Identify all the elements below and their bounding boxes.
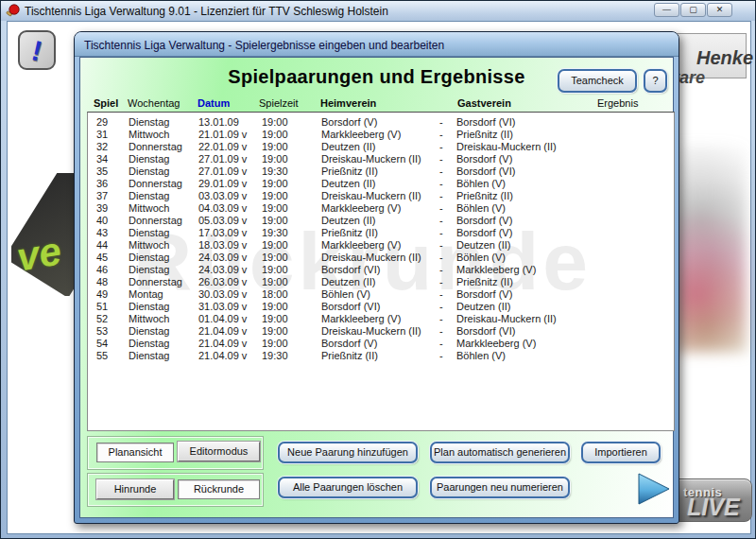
table-row[interactable]: 49 Montag 30.03.09 v 18:00 Böhlen (V) - …	[88, 288, 674, 301]
dialog-titlebar[interactable]: Tischtennis Liga Verwaltung - Spielergeb…	[75, 32, 679, 57]
cell-spielzeit: 19:00	[262, 202, 288, 214]
column-header-spiel: Spiel	[94, 97, 118, 109]
cell-separator: -	[439, 153, 443, 165]
table-row[interactable]: 44 Mittwoch 18.03.09 v 19:00 Markkleeber…	[88, 239, 674, 252]
table-row[interactable]: 52 Mittwoch 01.04.09 v 19:00 Markkleeber…	[88, 313, 674, 325]
cell-spielzeit: 18:00	[262, 288, 288, 300]
cell-spielzeit: 19:00	[262, 116, 288, 128]
cell-heimverein: Prießnitz (II)	[321, 350, 378, 361]
cell-spielzeit: 19:00	[262, 264, 288, 275]
cell-gastverein: Böhlen (V)	[456, 252, 506, 263]
cell-datum: 22.01.09 v	[198, 141, 247, 152]
table-row[interactable]: 54 Dienstag 21.04.09 v 19:00 Borsdorf (V…	[88, 338, 674, 350]
column-header-spielzeit: Spielzeit	[259, 97, 299, 109]
table-row[interactable]: 51 Dienstag 31.03.09 v 19:00 Borsdorf (V…	[88, 301, 674, 313]
table-row[interactable]: 31 Mittwoch 21.01.09 v 19:00 Markkleeber…	[88, 129, 674, 141]
table-row[interactable]: 32 Donnerstag 22.01.09 v 19:00 Deutzen (…	[88, 141, 674, 153]
cell-heimverein: Markkleeberg (V)	[321, 202, 401, 214]
cell-spielzeit: 19:30	[262, 165, 288, 177]
table-row[interactable]: 40 Donnerstag 05.03.09 v 19:00 Deutzen (…	[88, 215, 674, 227]
column-header-ergebnis: Ergebnis	[597, 97, 638, 109]
table-row[interactable]: 55 Dienstag 21.04.09 v 19:30 Prießnitz (…	[88, 350, 674, 362]
cell-spiel: 45	[96, 252, 108, 263]
cell-separator: -	[439, 129, 443, 140]
table-row[interactable]: 45 Dienstag 24.03.09 v 19:00 Dreiskau-Mu…	[88, 252, 674, 264]
cell-separator: -	[439, 190, 443, 201]
table-row[interactable]: 37 Dienstag 03.03.09 v 19:00 Dreiskau-Mu…	[88, 190, 674, 202]
teamcheck-button[interactable]: Teamcheck	[558, 69, 637, 93]
table-row[interactable]: 39 Mittwoch 04.03.09 v 19:00 Markkleeber…	[88, 202, 674, 215]
cell-wochentag: Dienstag	[129, 350, 169, 361]
cell-separator: -	[439, 202, 443, 214]
cell-spielzeit: 19:00	[262, 325, 288, 337]
renumber-pairings-button[interactable]: Paarungen neu numerieren	[430, 477, 570, 498]
cell-datum: 17.03.09 v	[198, 227, 247, 238]
cell-separator: -	[439, 227, 443, 238]
window-controls: — ▢ ✕	[654, 3, 732, 17]
planansicht-button[interactable]: Planansicht	[96, 443, 174, 462]
delete-all-pairings-button[interactable]: Alle Paarungen löschen	[278, 477, 418, 498]
auto-generate-plan-button[interactable]: Plan automatisch generieren	[430, 442, 570, 463]
editormodus-button[interactable]: Editormodus	[178, 442, 260, 461]
logo-green-text: ve	[13, 228, 64, 280]
cell-wochentag: Mittwoch	[129, 202, 169, 214]
rueckrunde-button[interactable]: Rückrunde	[178, 479, 260, 499]
cell-datum: 30.03.09 v	[198, 288, 247, 300]
table-row[interactable]: 43 Dienstag 17.03.09 v 19:30 Prießnitz (…	[88, 227, 674, 239]
cell-gastverein: Markkleeberg (V)	[456, 264, 536, 275]
cell-heimverein: Borsdorf (V)	[321, 116, 377, 128]
cell-gastverein: Böhlen (V)	[456, 178, 506, 189]
help-button[interactable]: ?	[644, 69, 667, 93]
pairings-listbox[interactable]: Rückrunde 29 Dienstag 13.01.09 19:00 Bor…	[87, 112, 675, 431]
cell-datum: 03.03.09 v	[198, 190, 247, 201]
cell-gastverein: Borsdorf (VI)	[456, 165, 515, 177]
column-header-gastverein: Gastverein	[457, 97, 511, 109]
table-row[interactable]: 53 Dienstag 21.04.09 v 19:00 Dreiskau-Mu…	[88, 325, 674, 338]
maximize-button[interactable]: ▢	[680, 3, 706, 17]
exclamation-icon: !	[27, 31, 45, 70]
cell-spiel: 49	[96, 288, 108, 300]
cell-heimverein: Böhlen (V)	[321, 288, 370, 300]
cell-spielzeit: 19:00	[262, 301, 288, 312]
cell-gastverein: Prießnitz (II)	[456, 129, 513, 140]
cell-spiel: 31	[96, 129, 108, 140]
table-row[interactable]: 34 Dienstag 27.01.09 v 19:00 Dreiskau-Mu…	[88, 153, 674, 165]
dialog-content: Spielpaarungen und Ergebnisse Teamcheck …	[79, 57, 674, 518]
hinrunde-button[interactable]: Hinrunde	[96, 479, 174, 499]
cell-spiel: 43	[96, 227, 108, 238]
cell-wochentag: Dienstag	[129, 264, 169, 275]
table-row[interactable]: 46 Dienstag 24.03.09 v 19:00 Borsdorf (V…	[88, 264, 674, 276]
cell-spielzeit: 19:00	[262, 178, 288, 189]
main-titlebar[interactable]: Tischtennis Liga Verwaltung 9.01 - Lizen…	[1, 1, 755, 21]
cell-datum: 21.04.09 v	[198, 325, 247, 337]
cell-heimverein: Deutzen (II)	[321, 276, 375, 287]
import-button[interactable]: Importieren	[581, 442, 661, 463]
cell-gastverein: Dreiskau-Muckern (II)	[456, 141, 557, 152]
cell-heimverein: Borsdorf (V)	[321, 338, 377, 349]
close-button[interactable]: ✕	[707, 3, 732, 17]
table-row[interactable]: 36 Donnerstag 29.01.09 v 19:00 Deutzen (…	[88, 178, 674, 190]
cell-heimverein: Dreiskau-Muckern (II)	[321, 252, 421, 263]
cell-spiel: 36	[96, 178, 108, 189]
cell-wochentag: Dienstag	[129, 190, 169, 201]
cell-spielzeit: 19:00	[262, 129, 288, 140]
cell-wochentag: Mittwoch	[129, 313, 169, 324]
cell-gastverein: Borsdorf (V)	[456, 215, 512, 226]
cell-gastverein: Borsdorf (V)	[456, 288, 512, 300]
table-row[interactable]: 29 Dienstag 13.01.09 19:00 Borsdorf (V) …	[88, 116, 674, 129]
cell-heimverein: Deutzen (II)	[321, 141, 375, 152]
cell-gastverein: Borsdorf (VI)	[456, 116, 515, 128]
cell-heimverein: Deutzen (II)	[321, 178, 375, 189]
table-row[interactable]: 35 Dienstag 27.01.09 v 19:30 Prießnitz (…	[88, 165, 674, 178]
exclamation-icon-button[interactable]: !	[18, 30, 56, 70]
cell-datum: 24.03.09 v	[198, 264, 247, 275]
cell-wochentag: Donnerstag	[129, 178, 182, 189]
cell-gastverein: Prießnitz (II)	[456, 276, 513, 287]
table-row[interactable]: 48 Donnerstag 26.03.09 v 19:00 Deutzen (…	[88, 276, 674, 288]
next-arrow-icon[interactable]	[636, 472, 672, 506]
add-pairing-button[interactable]: Neue Paarung hinzufügen	[278, 442, 418, 463]
cell-wochentag: Dienstag	[129, 165, 169, 177]
minimize-button[interactable]: —	[654, 3, 679, 17]
cell-spiel: 32	[96, 141, 108, 152]
cell-separator: -	[439, 276, 443, 287]
